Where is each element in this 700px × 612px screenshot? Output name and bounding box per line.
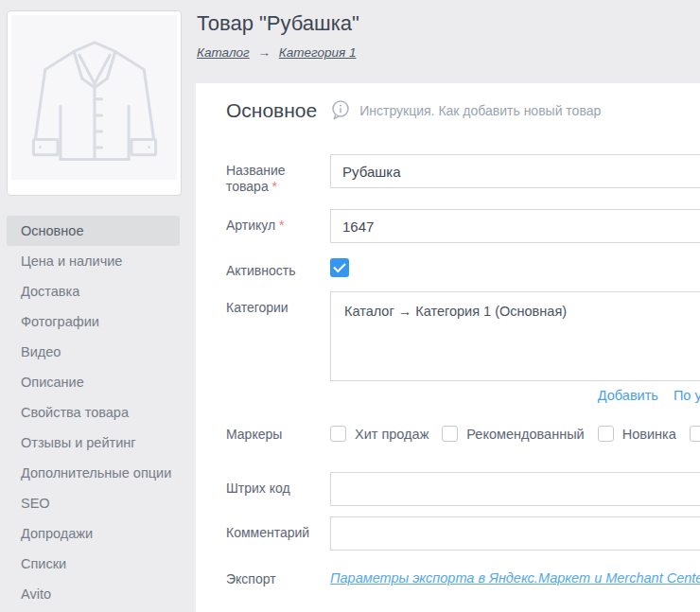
default-category-link[interactable]: По умолчанию (674, 388, 700, 403)
marker-rekomendovannyy[interactable]: Рекомендованный (442, 426, 584, 442)
comment-label: Комментарий (226, 516, 330, 551)
breadcrumb-separator: → (257, 45, 271, 60)
content-area: Товар "Рубашка" Каталог → Категория 1 Ос… (196, 0, 700, 612)
name-label: Название товара * (226, 154, 330, 195)
marker-label: Хит продаж (355, 427, 429, 442)
field-row-export: Экспорт Параметры экспорта в Яндекс.Марк… (226, 563, 700, 587)
section-header: Основное Инструкция. Как добавить новый … (226, 97, 700, 124)
marker-checkbox-unchecked[interactable] (598, 426, 614, 442)
sidebar-item-seo[interactable]: SEO (7, 488, 180, 518)
sidebar-item-dopolnitelnye-opcii[interactable]: Дополнительные опции (7, 458, 180, 488)
field-row-markers: Маркеры Хит продаж Рекомендованный Новин… (226, 418, 700, 443)
sidebar-item-otzyvy-i-reyting[interactable]: Отзывы и рейтинг (7, 428, 180, 458)
field-row-sku: Артикул * (226, 209, 700, 243)
markers-label: Маркеры (226, 418, 330, 443)
sidebar-item-spiski[interactable]: Списки (7, 549, 180, 579)
sku-input[interactable] (330, 209, 700, 243)
barcode-label: Штрих код (226, 472, 330, 506)
breadcrumb-link-kategoriya-1[interactable]: Категория 1 (279, 45, 357, 60)
sidebar-item-cena-i-nalichie[interactable]: Цена и наличие (7, 246, 180, 276)
field-row-active: Активность (226, 254, 700, 279)
field-row-categories: Категории Каталог → Категория 1 (Основна… (226, 291, 700, 403)
sidebar-menu: Основное Цена и наличие Доставка Фотогра… (0, 216, 196, 609)
marker-rasprodazha[interactable]: Распродажа (690, 426, 700, 442)
marker-checkbox-unchecked[interactable] (690, 426, 700, 442)
marker-label: Рекомендованный (466, 427, 584, 442)
marker-checkbox-unchecked[interactable] (442, 426, 458, 442)
breadcrumb-link-katalog[interactable]: Каталог (197, 45, 250, 60)
sku-label: Артикул * (226, 209, 330, 243)
sidebar-item-svoystva-tovara[interactable]: Свойства товара (7, 397, 180, 428)
comment-input[interactable] (330, 516, 700, 551)
field-row-barcode: Штрих код (226, 472, 700, 506)
categories-label: Категории (226, 291, 330, 403)
categories-box[interactable]: Каталог → Категория 1 (Основная) (330, 291, 700, 381)
main-panel: Основное Инструкция. Как добавить новый … (196, 83, 700, 612)
marker-novinka[interactable]: Новинка (598, 426, 676, 442)
shirt-icon (23, 26, 166, 168)
section-title: Основное (226, 99, 317, 122)
page-title: Товар "Рубашка" (196, 0, 700, 36)
name-input[interactable] (330, 154, 700, 188)
sidebar-item-video[interactable]: Видео (7, 337, 180, 367)
categories-value: Каталог → Категория 1 (Основная) (344, 304, 567, 319)
field-row-name: Название товара * (226, 154, 700, 195)
categories-links: Добавить По умолчанию (330, 381, 700, 403)
add-category-link[interactable]: Добавить (598, 388, 658, 403)
markers-group: Хит продаж Рекомендованный Новинка Распр… (330, 418, 700, 443)
required-mark: * (279, 218, 284, 233)
product-edit-page: Основное Цена и наличие Доставка Фотогра… (0, 0, 700, 612)
export-label: Экспорт (226, 563, 330, 587)
sidebar-item-avito[interactable]: Avito (7, 579, 180, 609)
breadcrumb: Каталог → Категория 1 (196, 36, 700, 60)
instruction-link[interactable]: Инструкция. Как добавить новый товар (359, 103, 601, 118)
info-bubble-icon[interactable] (330, 99, 351, 124)
sidebar-item-opisanie[interactable]: Описание (7, 367, 180, 397)
sidebar-item-doprodazhi[interactable]: Допродажи (7, 518, 180, 549)
export-settings-link[interactable]: Параметры экспорта в Яндекс.Маркет и Mer… (330, 563, 700, 586)
barcode-input[interactable] (330, 472, 700, 506)
product-photo-placeholder (11, 15, 177, 180)
active-checkbox-checked[interactable] (330, 258, 349, 277)
marker-checkbox-unchecked[interactable] (330, 426, 346, 442)
marker-hit-prodazh[interactable]: Хит продаж (330, 426, 429, 442)
field-row-comment: Комментарий (226, 516, 700, 551)
sidebar-item-osnovnoe[interactable]: Основное (7, 216, 180, 246)
required-mark: * (272, 179, 277, 194)
marker-label: Новинка (622, 427, 676, 442)
product-photo-card[interactable] (7, 10, 182, 196)
sidebar: Основное Цена и наличие Доставка Фотогра… (0, 0, 196, 612)
sidebar-item-dostavka[interactable]: Доставка (7, 276, 180, 306)
sidebar-item-fotografii[interactable]: Фотографии (7, 306, 180, 337)
active-label: Активность (226, 254, 330, 279)
